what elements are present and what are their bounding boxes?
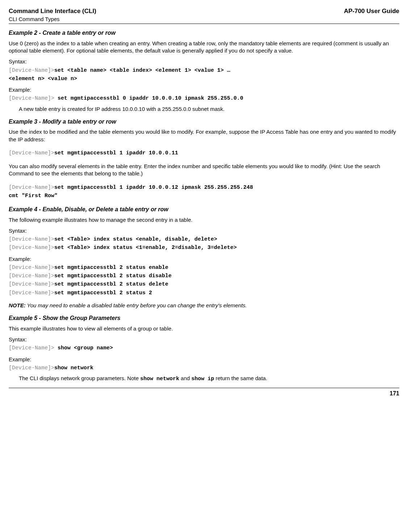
inline-command: show network (140, 376, 179, 382)
example-label: Example: (9, 86, 399, 93)
syntax-line: [Device-Name]>set <Table> index status <… (9, 235, 399, 243)
cli-command: <element n> <value n> (9, 76, 77, 82)
cli-command: set mgmtipaccesstbl 1 ipaddr 10.0.0.12 i… (54, 184, 253, 191)
example-line: [Device-Name]> set mgmtipaccesstbl 0 ipa… (9, 94, 399, 102)
cli-command: set <table name> <table index> <element … (54, 67, 230, 74)
example-3-cmd1-block: [Device-Name]>set mgmtipaccesstbl 1 ipad… (9, 149, 399, 157)
cli-prompt: [Device-Name]> (9, 365, 54, 371)
example-2-syntax-block: Syntax: [Device-Name]>set <table name> <… (9, 58, 399, 83)
example-5-syntax-block: Syntax: [Device-Name]> show <group name> (9, 336, 399, 352)
cli-command: set mgmtipaccesstbl 2 status enable (54, 265, 168, 271)
cmd-line: [Device-Name]>set mgmtipaccesstbl 1 ipad… (9, 149, 399, 157)
cli-prompt: [Device-Name]> (9, 265, 54, 271)
cli-prompt: [Device-Name]> (9, 245, 54, 251)
example-2-description: Use 0 (zero) as the index to a table whe… (9, 40, 399, 55)
inline-command: show ip (192, 376, 214, 382)
cli-prompt: [Device-Name]> (9, 95, 58, 101)
example-line: [Device-Name]>set mgmtipaccesstbl 2 stat… (9, 263, 399, 271)
example-5-title: Example 5 - Show the Group Parameters (9, 314, 399, 322)
cmd-line: [Device-Name]>set mgmtipaccesstbl 1 ipad… (9, 183, 399, 191)
cli-prompt: [Device-Name]> (9, 67, 54, 74)
syntax-label: Syntax: (9, 336, 399, 343)
cli-command: set mgmtipaccesstbl 2 status delete (54, 281, 168, 287)
cli-command: set mgmtipaccesstbl 0 ipaddr 10.0.0.10 i… (58, 95, 243, 101)
page-header: Command Line Interface (CLI) CLI Command… (9, 7, 399, 24)
cli-command: show <group name> (58, 345, 113, 351)
example-2-example-block: Example: [Device-Name]> set mgmtipaccess… (9, 86, 399, 103)
example-label: Example: (9, 255, 399, 263)
cli-command: show network (54, 365, 93, 371)
example-4-example-block: Example: [Device-Name]>set mgmtipaccesst… (9, 255, 399, 297)
example-4-syntax-block: Syntax: [Device-Name]>set <Table> index … (9, 227, 399, 252)
cli-prompt: [Device-Name]> (9, 281, 54, 287)
example-2-title: Example 2 - Create a table entry or row (9, 29, 399, 37)
note-text: You may need to enable a disabled table … (26, 302, 247, 308)
example-5-after: The CLI displays network group parameter… (19, 375, 399, 383)
example-line: [Device-Name]>set mgmtipaccesstbl 2 stat… (9, 272, 399, 280)
cli-prompt: [Device-Name]> (9, 345, 58, 351)
example-line: [Device-Name]>show network (9, 364, 399, 372)
cmd-line: cmt "First Row" (9, 192, 399, 200)
cli-prompt: [Device-Name]> (9, 236, 54, 242)
doc-guide-title: AP-700 User Guide (344, 7, 399, 23)
example-label: Example: (9, 356, 399, 363)
page-number: 171 (390, 390, 399, 396)
cli-command: set mgmtipaccesstbl 2 status disable (54, 273, 172, 279)
text-segment: The CLI displays network group parameter… (19, 375, 140, 381)
example-3-cmd2-block: [Device-Name]>set mgmtipaccesstbl 1 ipad… (9, 183, 399, 200)
example-3-title: Example 3 - Modify a table entry or row (9, 118, 399, 126)
example-4-title: Example 4 - Enable, Disable, or Delete a… (9, 205, 399, 213)
example-3-description: Use the index to be modified and the tab… (9, 128, 399, 143)
syntax-label: Syntax: (9, 58, 399, 65)
syntax-label: Syntax: (9, 227, 399, 234)
example-3-description-2: You can also modify several elements in … (9, 163, 399, 178)
cli-prompt: [Device-Name]> (9, 184, 54, 191)
example-5-description: This example illustrates how to view all… (9, 325, 399, 332)
page-footer: 171 (9, 388, 399, 398)
example-line: [Device-Name]>set mgmtipaccesstbl 2 stat… (9, 280, 399, 288)
cli-prompt: [Device-Name]> (9, 150, 54, 156)
example-5-example-block: Example: [Device-Name]>show network (9, 356, 399, 372)
doc-subsection-title: CLI Command Types (9, 16, 96, 23)
syntax-line: [Device-Name]>set <Table> index status <… (9, 244, 399, 252)
cli-command: set <Table> index status <enable, disabl… (54, 236, 217, 242)
cli-command: set <Table> index status <1=enable, 2=di… (54, 245, 237, 251)
note-label: NOTE: (9, 302, 26, 308)
example-4-description: The following example illustrates how to… (9, 216, 399, 224)
example-line: [Device-Name]>set mgmtipaccesstbl 2 stat… (9, 289, 399, 297)
header-left: Command Line Interface (CLI) CLI Command… (9, 7, 96, 23)
cli-command: cmt "First Row" (9, 193, 58, 199)
syntax-line: <element n> <value n> (9, 75, 399, 83)
cli-command: set mgmtipaccesstbl 1 ipaddr 10.0.0.11 (54, 150, 178, 156)
example-4-note: NOTE: You may need to enable a disabled … (9, 302, 399, 309)
text-segment: return the same data. (214, 375, 268, 381)
syntax-line: [Device-Name]> show <group name> (9, 344, 399, 352)
example-2-after: A new table entry is created for IP addr… (19, 105, 399, 113)
cli-command: set mgmtipaccesstbl 2 status 2 (54, 290, 152, 296)
cli-prompt: [Device-Name]> (9, 290, 54, 296)
syntax-line: [Device-Name]>set <table name> <table in… (9, 66, 399, 74)
text-segment: and (179, 375, 191, 381)
cli-prompt: [Device-Name]> (9, 273, 54, 279)
doc-section-title: Command Line Interface (CLI) (9, 7, 96, 16)
